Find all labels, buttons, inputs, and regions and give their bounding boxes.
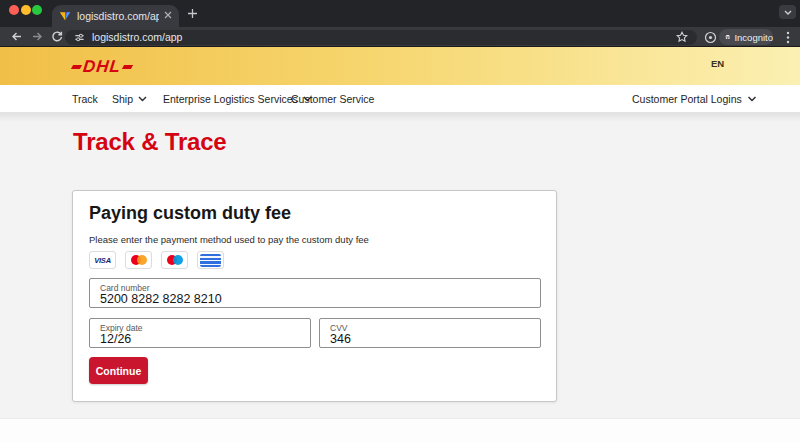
close-window-button[interactable]: [9, 5, 19, 15]
nav-item-label: Track: [72, 93, 98, 105]
card-number-input[interactable]: [90, 279, 540, 307]
nav-item-ship[interactable]: Ship: [112, 85, 147, 113]
page-title: Track & Trace: [73, 128, 227, 156]
reload-icon[interactable]: [51, 31, 63, 43]
nav-item-customer-portal-logins[interactable]: Customer Portal Logins: [632, 85, 757, 113]
expiry-date-field[interactable]: Expiry date: [89, 318, 311, 348]
tab-list-chevron-icon[interactable]: [779, 5, 796, 19]
amex-icon: [197, 251, 224, 269]
cvv-input[interactable]: [320, 319, 540, 347]
site-settings-icon[interactable]: [74, 32, 85, 43]
incognito-icon: [725, 32, 730, 42]
new-tab-icon[interactable]: [187, 8, 198, 19]
url-text: logisdistro.com/app: [92, 31, 182, 43]
dhl-logo-dash: [71, 65, 82, 69]
forward-icon[interactable]: [31, 30, 44, 43]
visa-label: VISA: [94, 256, 111, 265]
nav-item-label: Ship: [112, 93, 133, 105]
tracking-protection-icon[interactable]: [704, 31, 717, 44]
maestro-icon: [161, 251, 188, 269]
nav-item-enterprise-logistics-services[interactable]: Enterprise Logistics Services: [163, 85, 312, 113]
dhl-logo[interactable]: DHL: [72, 57, 132, 76]
nav-item-label: Enterprise Logistics Services: [163, 93, 298, 105]
minimize-window-button[interactable]: [21, 5, 31, 15]
nav-item-track[interactable]: Track: [72, 85, 98, 113]
payment-methods: VISA: [89, 251, 224, 269]
mastercard-icon: [125, 251, 152, 269]
dhl-logo-dash: [122, 65, 133, 69]
nav-item-customer-service[interactable]: Customer Service: [291, 85, 374, 113]
site-navbar: Track Ship Enterprise Logistics Services…: [0, 85, 800, 113]
bookmark-star-icon[interactable]: [676, 31, 688, 43]
continue-button[interactable]: Continue: [89, 357, 148, 384]
card-number-field[interactable]: Card number: [89, 278, 541, 308]
tab-title: logisdistro.com/app: [77, 10, 159, 22]
visa-icon: VISA: [89, 251, 116, 269]
browser-tab[interactable]: logisdistro.com/app: [52, 5, 179, 27]
chevron-down-icon: [747, 96, 757, 102]
site-favicon-icon: [59, 10, 71, 22]
language-selector[interactable]: EN: [711, 58, 724, 69]
chevron-down-icon: [138, 96, 147, 102]
tab-close-icon[interactable]: [164, 11, 172, 19]
form-title: Paying custom duty fee: [89, 203, 291, 224]
form-subtitle: Please enter the payment method used to …: [89, 234, 369, 245]
navbar-shadow: [0, 113, 800, 122]
expiry-date-input[interactable]: [90, 319, 310, 347]
nav-item-label: Customer Portal Logins: [632, 93, 742, 105]
cvv-field[interactable]: CVV: [319, 318, 541, 348]
incognito-badge: Incognito: [719, 29, 773, 45]
back-icon[interactable]: [10, 30, 23, 43]
tab-strip: logisdistro.com/app: [0, 0, 800, 27]
payment-card: Paying custom duty fee Please enter the …: [72, 190, 557, 402]
page-content: Track & Trace Paying custom duty fee Ple…: [0, 113, 800, 442]
incognito-label: Incognito: [734, 32, 773, 43]
dhl-logo-text: DHL: [82, 58, 122, 75]
footer-band: [0, 418, 800, 442]
browser-menu-icon[interactable]: [786, 31, 790, 44]
nav-item-label: Customer Service: [291, 93, 374, 105]
maximize-window-button[interactable]: [32, 5, 42, 15]
browser-window: logisdistro.com/app logisdistr: [0, 0, 800, 442]
